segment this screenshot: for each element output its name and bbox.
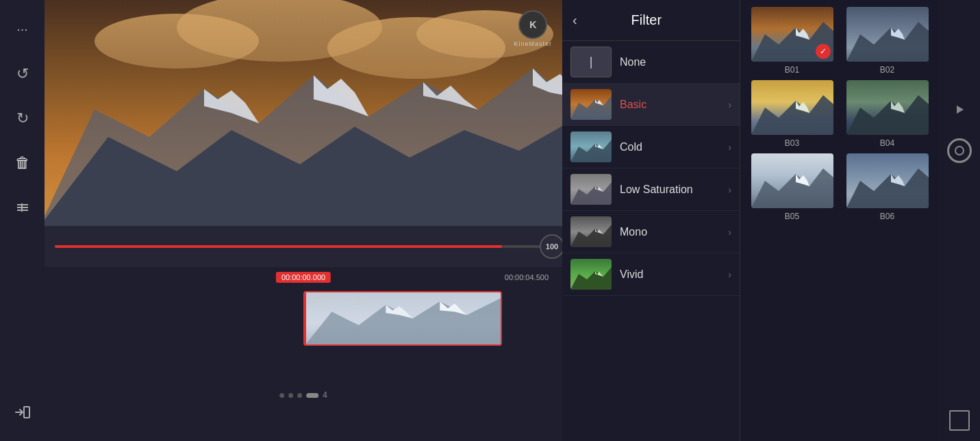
lowsat-chevron: ›	[728, 184, 731, 195]
cold-chevron: ›	[728, 142, 731, 153]
dot-indicator	[297, 393, 302, 398]
filter-categories: ‹ Filter | None	[562, 0, 740, 441]
b02-label: B02	[880, 65, 894, 75]
progress-thumb[interactable]: 100	[540, 234, 562, 259]
dot-indicator	[288, 393, 293, 398]
filter-header: ‹ Filter	[562, 0, 740, 41]
filter-category-cold[interactable]: Cold ›	[562, 126, 740, 168]
basic-chevron: ›	[728, 99, 731, 110]
more-button[interactable]: ···	[0, 7, 45, 51]
right-panel	[939, 0, 980, 441]
mono-thumb	[570, 216, 612, 247]
filter-category-mono[interactable]: Mono ›	[562, 211, 740, 253]
filter-item-b03[interactable]: B03	[747, 80, 837, 148]
left-toolbar: ··· ↺ ↻ 🗑	[0, 0, 45, 441]
filter-item-b06[interactable]: B06	[842, 153, 932, 221]
vivid-chevron: ›	[728, 269, 731, 280]
layers-button[interactable]	[0, 185, 45, 229]
filter-title: Filter	[588, 12, 705, 28]
record-circle	[947, 138, 972, 163]
svg-rect-4	[24, 407, 29, 418]
b05-label: B05	[785, 212, 799, 221]
filter-grid-inner: ✓ B01	[747, 7, 932, 221]
filter-category-vivid[interactable]: Vivid ›	[562, 253, 740, 296]
category-vivid-label: Vivid	[620, 268, 720, 281]
main-area: K KineMaster 100 00:00:00.000 00:00:04.5…	[45, 0, 562, 441]
progress-fill	[55, 245, 502, 248]
lowsat-thumb	[570, 174, 612, 205]
b04-thumbnail	[846, 80, 929, 135]
svg-rect-17	[311, 297, 313, 299]
selected-checkmark: ✓	[816, 44, 831, 59]
b06-thumbnail	[846, 153, 929, 208]
filter-item-b01[interactable]: ✓ B01	[747, 7, 837, 75]
track-label: BG02_16v9.jpg	[309, 295, 367, 303]
b01-label: B01	[785, 65, 799, 75]
basic-thumb	[570, 89, 612, 120]
filter-item-b05[interactable]: B05	[747, 153, 837, 221]
play-button-right[interactable]	[946, 96, 973, 123]
dot-number: 4	[323, 390, 327, 400]
current-time-marker: 00:00:00.000	[276, 272, 331, 283]
video-preview: K KineMaster	[45, 0, 562, 226]
km-text: KineMaster	[514, 40, 552, 47]
undo-button[interactable]: ↺	[0, 51, 45, 96]
category-none-label: None	[620, 56, 731, 68]
record-button[interactable]	[946, 137, 973, 164]
redo-button[interactable]: ↻	[0, 96, 45, 140]
b05-thumbnail	[751, 153, 833, 208]
delete-button[interactable]: 🗑	[0, 140, 45, 185]
back-button[interactable]: ‹	[573, 12, 577, 28]
category-lowsat-label: Low Saturation	[620, 184, 720, 196]
record-inner	[955, 146, 964, 155]
filter-item-b02[interactable]: B02	[842, 7, 932, 75]
b04-label: B04	[880, 138, 894, 148]
category-basic-label: Basic	[620, 99, 720, 111]
svg-marker-55	[957, 105, 964, 114]
b06-label: B06	[880, 212, 894, 221]
filter-category-basic[interactable]: Basic ›	[562, 84, 740, 126]
timeline-slider-area: 100	[45, 226, 562, 267]
none-thumb: |	[570, 47, 612, 77]
dot-indicator-active	[306, 393, 318, 398]
end-time: 00:00:04.500	[505, 273, 549, 281]
b01-thumbnail: ✓	[751, 7, 833, 62]
filter-grid: ✓ B01	[740, 0, 939, 441]
b03-thumbnail	[751, 80, 833, 135]
timeline-header: 00:00:00.000 00:00:04.500	[45, 267, 562, 288]
cold-thumb	[570, 131, 612, 162]
filter-category-low-saturation[interactable]: Low Saturation ›	[562, 168, 740, 211]
category-cold-label: Cold	[620, 141, 720, 153]
b03-label: B03	[785, 138, 799, 148]
filter-item-b04[interactable]: B04	[842, 80, 932, 148]
filter-category-none[interactable]: | None	[562, 41, 740, 84]
vivid-thumb	[570, 259, 612, 290]
timeline-area: 00:00:00.000 00:00:04.500 4 BG02_16v9.jp…	[45, 267, 562, 441]
timeline-track[interactable]: BG02_16v9.jpg	[303, 291, 502, 346]
export-button[interactable]	[0, 390, 45, 434]
filter-panel: ‹ Filter | None	[562, 0, 939, 441]
kinemaster-logo: K KineMaster	[514, 10, 552, 47]
track-cursor	[305, 292, 306, 344]
square-button[interactable]	[949, 410, 970, 431]
dot-indicator	[279, 393, 284, 398]
mono-chevron: ›	[728, 227, 731, 238]
km-icon: K	[518, 10, 547, 39]
progress-bar[interactable]: 100	[55, 245, 552, 248]
category-mono-label: Mono	[620, 226, 720, 238]
b02-thumbnail	[846, 7, 929, 62]
